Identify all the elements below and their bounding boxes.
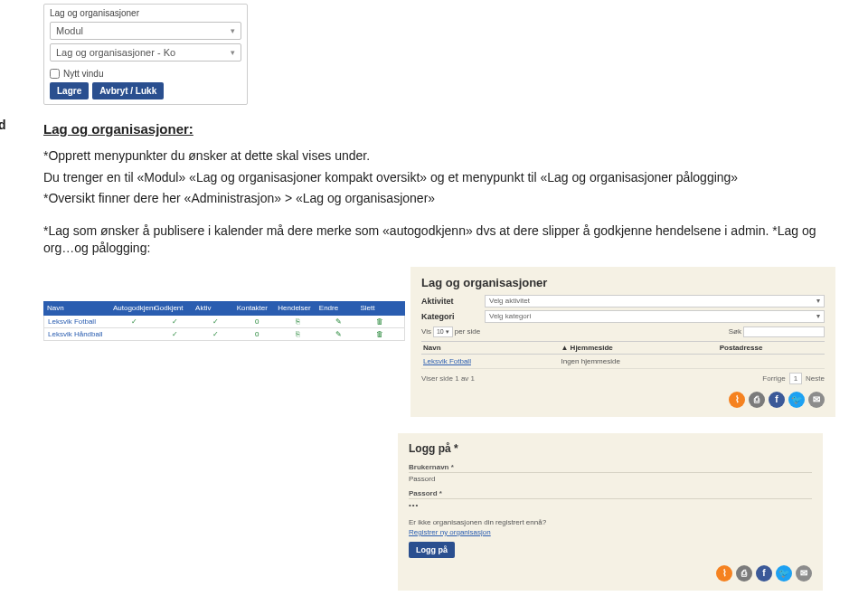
paragraph: *Opprett menypunkter du ønsker at dette … bbox=[43, 147, 839, 166]
login-button[interactable]: Logg på bbox=[409, 542, 455, 558]
social-row: ⌇ ⎙ f 🐦 ✉ bbox=[409, 565, 812, 582]
col-godkjent: Godkjent bbox=[155, 304, 196, 312]
cell-hendelser[interactable]: ⎘ bbox=[278, 330, 318, 338]
pager-prev[interactable]: Forrige bbox=[762, 374, 785, 383]
section-heading: Lag og organisasjoner: bbox=[43, 121, 839, 137]
cell-aktiv: ✓ bbox=[195, 317, 236, 326]
cell-aktiv: ✓ bbox=[195, 330, 236, 338]
chevron-down-icon: ▾ bbox=[446, 328, 449, 336]
new-window-label: Nytt vindu bbox=[63, 69, 103, 79]
col-autogodkjenning: Autogodkjenning bbox=[113, 304, 155, 312]
table-row: Leksvik Fotball ✓ ✓ ✓ 0 ⎘ ✎ 🗑 bbox=[43, 316, 405, 328]
print-icon[interactable]: ⎙ bbox=[736, 565, 752, 582]
select-category-value: Velg kategori bbox=[489, 312, 531, 320]
value-password[interactable]: ••• bbox=[409, 499, 812, 513]
register-link[interactable]: Registrer ny organisasjon bbox=[409, 528, 491, 536]
twitter-icon[interactable]: 🐦 bbox=[788, 392, 805, 408]
col-kontakter: Kontakter bbox=[237, 304, 278, 312]
pager-page[interactable]: 1 bbox=[789, 373, 802, 384]
cell-godkjent: ✓ bbox=[155, 317, 195, 326]
mail-icon[interactable]: ✉ bbox=[796, 565, 812, 582]
cell-hendelser[interactable]: ⎘ bbox=[278, 317, 318, 326]
two-column-row: Navn Autogodkjenning Godkjent Aktiv Kont… bbox=[43, 267, 839, 417]
print-icon[interactable]: ⎙ bbox=[749, 392, 765, 408]
org-compact-table: Navn Autogodkjenning Godkjent Aktiv Kont… bbox=[43, 301, 405, 341]
cell-navn-link[interactable]: Leksvik Fotball bbox=[421, 357, 559, 365]
page-status: Viser side 1 av 1 bbox=[421, 374, 475, 383]
cell-endre[interactable]: ✎ bbox=[318, 330, 359, 338]
cell-postadresse bbox=[718, 357, 825, 365]
page-size-select[interactable]: 10 ▾ bbox=[433, 326, 453, 337]
cell-slett[interactable]: 🗑 bbox=[360, 330, 401, 338]
select-module-value: Modul bbox=[56, 25, 83, 36]
col-hjemmeside[interactable]: ▲ Hjemmeside bbox=[559, 344, 717, 352]
twitter-icon[interactable]: 🐦 bbox=[776, 565, 792, 582]
select-activity[interactable]: Velg aktivitet ▾ bbox=[485, 295, 825, 308]
vis-prefix: Vis bbox=[421, 327, 431, 336]
listing-footer: Viser side 1 av 1 Forrige 1 Neste bbox=[421, 373, 825, 384]
rss-icon[interactable]: ⌇ bbox=[716, 565, 732, 582]
listing-header-row: Navn ▲ Hjemmeside Postadresse bbox=[421, 341, 825, 355]
table-row: Leksvik Håndball ✓ ✓ 0 ⎘ ✎ 🗑 bbox=[43, 328, 405, 341]
select-module[interactable]: Modul ▾ bbox=[50, 22, 241, 40]
form-section-label: Lag og organisasjoner bbox=[44, 5, 247, 20]
table-header-row: Navn Autogodkjenning Godkjent Aktiv Kont… bbox=[43, 301, 405, 316]
document-body: Lag og organisasjoner: *Opprett menypunk… bbox=[43, 121, 839, 417]
chevron-down-icon: ▾ bbox=[231, 26, 235, 35]
chevron-down-icon: ▾ bbox=[816, 312, 820, 320]
search-label: Søk bbox=[729, 327, 741, 336]
login-title: Logg på * bbox=[409, 442, 812, 455]
col-navn[interactable]: Navn bbox=[421, 344, 559, 352]
cell-navn[interactable]: Leksvik Fotball bbox=[48, 317, 114, 326]
search-row: Søk bbox=[729, 326, 825, 337]
cell-slett[interactable]: 🗑 bbox=[360, 317, 401, 326]
value-username[interactable]: Passord bbox=[409, 473, 812, 487]
label-password: Passord * bbox=[409, 487, 812, 499]
cell-hjemmeside: Ingen hjemmeside bbox=[559, 357, 717, 365]
new-window-checkbox[interactable] bbox=[50, 69, 60, 79]
org-listing-panel: Lag og organisasjoner Aktivitet Velg akt… bbox=[410, 267, 835, 417]
paragraph: *Oversikt finner dere her «Administrasjo… bbox=[43, 190, 839, 208]
select-activity-value: Velg aktivitet bbox=[489, 297, 530, 305]
chevron-down-icon: ▾ bbox=[816, 297, 820, 305]
search-input[interactable] bbox=[743, 326, 825, 337]
login-note: Er ikke organisasjonen din registrert en… bbox=[409, 518, 812, 526]
filter-row-activity: Aktivitet Velg aktivitet ▾ bbox=[421, 295, 825, 308]
panel-title: Lag og organisasjoner bbox=[421, 276, 825, 289]
col-endre: Endre bbox=[319, 304, 361, 312]
label-category: Kategori bbox=[421, 312, 485, 321]
label-username: Brukernavn * bbox=[409, 460, 812, 473]
col-navn: Navn bbox=[47, 304, 113, 312]
col-hendelser: Hendelser bbox=[278, 304, 319, 312]
col-postadresse[interactable]: Postadresse bbox=[718, 344, 825, 352]
chevron-down-icon: ▾ bbox=[231, 48, 235, 57]
pager: Forrige 1 Neste bbox=[762, 373, 825, 384]
new-window-checkbox-row[interactable]: Nytt vindu bbox=[44, 65, 247, 80]
paragraph: *Lag som ønsker å publisere i kalender m… bbox=[43, 222, 839, 258]
cell-navn[interactable]: Leksvik Håndball bbox=[48, 330, 114, 338]
facebook-icon[interactable]: f bbox=[769, 392, 785, 408]
cell-autogodkjenning: ✓ bbox=[114, 317, 155, 326]
select-category[interactable]: Velg kategori ▾ bbox=[485, 310, 825, 323]
save-button[interactable]: Lagre bbox=[50, 82, 89, 99]
login-panel: Logg på * Brukernavn * Passord Passord *… bbox=[398, 433, 823, 591]
rss-icon[interactable]: ⌇ bbox=[729, 392, 745, 408]
page-size-row: Vis 10 ▾ per side bbox=[421, 326, 480, 337]
pager-next[interactable]: Neste bbox=[806, 374, 825, 383]
label-activity: Aktivitet bbox=[421, 297, 485, 306]
select-submodule[interactable]: Lag og organisasjoner - Ko ▾ bbox=[50, 43, 241, 62]
filter-row-category: Kategori Velg kategori ▾ bbox=[421, 310, 825, 323]
listing-row: Leksvik Fotball Ingen hjemmeside bbox=[421, 355, 825, 369]
mail-icon[interactable]: ✉ bbox=[808, 392, 825, 408]
cell-kontakter: 0 bbox=[237, 317, 278, 326]
col-aktiv: Aktiv bbox=[195, 304, 237, 312]
facebook-icon[interactable]: f bbox=[756, 565, 772, 582]
cancel-close-button[interactable]: Avbryt / Lukk bbox=[92, 82, 164, 99]
col-slett: Slett bbox=[360, 304, 401, 312]
cell-godkjent: ✓ bbox=[155, 330, 195, 338]
page-size-value: 10 bbox=[437, 328, 444, 335]
form-button-row: Lagre Avbryt / Lukk bbox=[44, 80, 247, 104]
menu-config-form: Lag og organisasjoner Modul ▾ Lag og org… bbox=[43, 4, 248, 105]
cell-endre[interactable]: ✎ bbox=[318, 317, 359, 326]
vis-suffix: per side bbox=[455, 327, 480, 336]
